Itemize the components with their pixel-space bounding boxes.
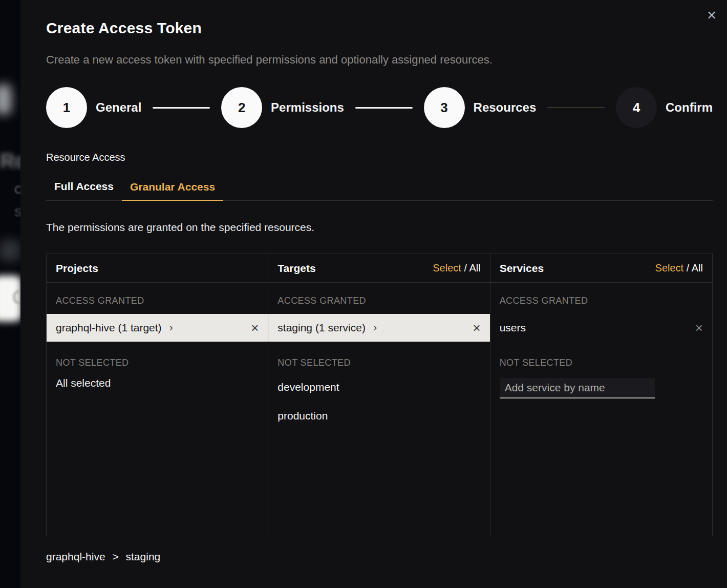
column-title: Services — [500, 262, 544, 275]
breadcrumb-project: graphql-hive — [46, 551, 105, 562]
projects-column-header: Projects — [47, 254, 268, 283]
step-label: Confirm — [666, 100, 713, 115]
remove-project-icon[interactable]: × — [251, 321, 259, 334]
dialog-subtitle: Create a new access token with specified… — [46, 53, 713, 67]
create-access-token-dialog: × Create Access Token Create a new acces… — [20, 0, 727, 588]
step-confirm[interactable]: 4 Confirm — [616, 87, 713, 128]
granted-target-row[interactable]: staging (1 service) › × — [268, 314, 489, 342]
access-granted-label: ACCESS GRANTED — [47, 283, 268, 314]
targets-all-action[interactable]: All — [469, 262, 480, 274]
not-selected-label: NOT SELECTED — [47, 342, 268, 373]
projects-all-selected-note: All selected — [47, 373, 268, 393]
blurred-background-shape — [0, 240, 20, 261]
targets-column: Targets Select / All ACCESS GRANTED stag… — [268, 254, 490, 536]
chevron-right-icon: › — [373, 322, 377, 333]
remove-target-icon[interactable]: × — [473, 321, 480, 334]
column-title: Targets — [277, 262, 315, 275]
target-option-development[interactable]: development — [268, 373, 489, 402]
services-column: Services Select / All ACCESS GRANTED use… — [490, 254, 712, 536]
step-number-badge: 4 — [616, 87, 657, 128]
select-all-separator: / — [687, 262, 690, 274]
wizard-stepper: 1 General 2 Permissions 3 Resources 4 Co… — [46, 87, 713, 128]
blurred-text-fragment: S — [14, 206, 20, 219]
blurred-text-fragment: C — [12, 287, 20, 308]
step-number-badge: 3 — [424, 87, 465, 128]
step-number-badge: 1 — [46, 87, 87, 128]
step-number-badge: 2 — [221, 87, 262, 128]
granted-service-row[interactable]: users × — [490, 314, 712, 342]
step-permissions[interactable]: 2 Permissions — [221, 87, 344, 128]
select-all-separator: / — [464, 262, 467, 274]
access-mode-tabs: Full Access Granular Access — [46, 180, 713, 201]
granted-target-name: staging (1 service) — [277, 322, 366, 334]
tab-full-access[interactable]: Full Access — [46, 180, 122, 200]
blurred-text-fragment: Rc — [0, 150, 20, 173]
breadcrumb-target: staging — [126, 551, 161, 562]
chevron-right-icon: › — [169, 322, 173, 333]
step-connector — [153, 107, 210, 109]
not-selected-label: NOT SELECTED — [490, 342, 712, 373]
blurred-text-fragment: C — [14, 183, 20, 197]
targets-select-action[interactable]: Select — [433, 262, 461, 274]
tab-granular-access[interactable]: Granular Access — [122, 180, 223, 201]
targets-select-all: Select / All — [433, 262, 480, 274]
background-page: Rc C S C — [0, 0, 20, 588]
services-all-action[interactable]: All — [692, 262, 703, 274]
breadcrumb: graphql-hive > staging — [46, 551, 713, 563]
breadcrumb-separator: > — [112, 551, 118, 562]
granular-access-description: The permissions are granted on the speci… — [46, 221, 713, 234]
close-icon[interactable]: × — [701, 5, 722, 26]
resource-picker-table: Projects ACCESS GRANTED graphql-hive (1 … — [46, 254, 713, 536]
step-connector — [547, 107, 605, 108]
projects-column: Projects ACCESS GRANTED graphql-hive (1 … — [47, 254, 268, 536]
column-title: Projects — [56, 262, 98, 275]
targets-column-header: Targets Select / All — [268, 254, 489, 283]
step-label: Resources — [474, 100, 537, 115]
remove-service-icon[interactable]: × — [695, 321, 703, 334]
step-resources[interactable]: 3 Resources — [424, 87, 537, 128]
step-general[interactable]: 1 General — [46, 87, 141, 128]
services-select-action[interactable]: Select — [655, 262, 684, 274]
target-option-production[interactable]: production — [268, 402, 489, 430]
not-selected-label: NOT SELECTED — [268, 342, 489, 373]
blurred-background-shape — [0, 85, 11, 114]
access-granted-label: ACCESS GRANTED — [268, 283, 489, 314]
dialog-title: Create Access Token — [46, 19, 713, 37]
services-select-all: Select / All — [655, 262, 703, 274]
services-column-header: Services Select / All — [490, 254, 712, 283]
access-granted-label: ACCESS GRANTED — [490, 283, 712, 314]
add-service-input[interactable] — [500, 378, 655, 398]
granted-project-row[interactable]: graphql-hive (1 target) › × — [47, 314, 268, 342]
step-label: General — [96, 100, 141, 115]
resource-access-heading: Resource Access — [46, 152, 713, 163]
step-label: Permissions — [271, 100, 344, 115]
step-connector — [355, 107, 413, 109]
granted-project-name: graphql-hive (1 target) — [56, 322, 162, 334]
granted-service-name: users — [500, 322, 526, 334]
